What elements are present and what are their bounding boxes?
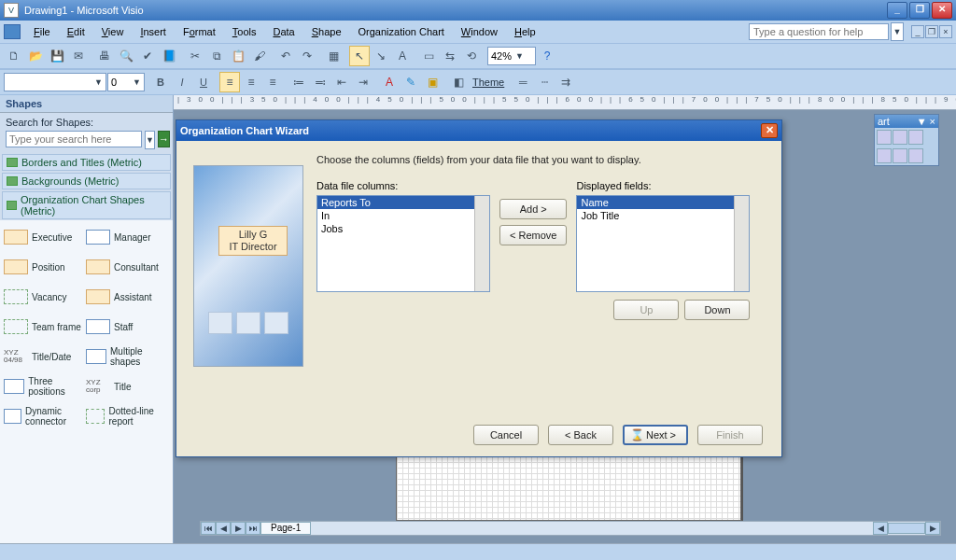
align-center-button[interactable]: ≡ [241, 72, 261, 92]
stencil-borders[interactable]: Borders and Titles (Metric) [2, 154, 171, 171]
first-page-button[interactable]: ⏮ [201, 522, 216, 535]
redo-button[interactable]: ↷ [297, 46, 317, 66]
up-button[interactable]: Up [613, 300, 679, 320]
print-button[interactable]: 🖶 [94, 46, 115, 66]
zoom-combo[interactable]: 42%▼ [487, 47, 536, 65]
list-item[interactable]: Jobs [317, 222, 489, 235]
close-button[interactable]: ✕ [932, 2, 952, 19]
help-search-input[interactable] [749, 23, 889, 40]
menu-edit[interactable]: Edit [60, 23, 92, 40]
shapes-search-dropdown[interactable]: ▼ [145, 131, 155, 149]
list-item[interactable]: Reports To [317, 196, 489, 209]
numbering-button[interactable]: ≕ [310, 72, 330, 92]
research-button[interactable]: 📘 [159, 46, 179, 66]
shapes-window-button[interactable]: ▦ [323, 46, 344, 66]
layout-icon[interactable] [908, 130, 923, 145]
layout-icon[interactable] [877, 148, 892, 163]
shape-master[interactable]: Consultant [84, 252, 166, 282]
shape-master[interactable]: Dynamic connector [2, 401, 84, 431]
shape-master[interactable]: Executive [2, 222, 84, 252]
finish-button[interactable]: Finish [697, 425, 763, 445]
shapes-search-go-button[interactable]: → [158, 131, 170, 147]
open-button[interactable]: 📂 [25, 46, 46, 66]
shape-master[interactable]: Assistant [84, 282, 166, 312]
text-tool-button[interactable]: A [392, 46, 413, 66]
cut-button[interactable]: ✂ [185, 46, 205, 66]
maximize-button[interactable]: ❐ [909, 2, 930, 19]
next-button[interactable]: ⌛Next > [623, 425, 688, 445]
layout-icon[interactable] [908, 148, 923, 163]
shape-master[interactable]: Manager [84, 222, 166, 252]
scroll-right-button[interactable]: ▶ [925, 522, 940, 535]
shape-master[interactable]: Vacancy [2, 282, 84, 312]
menu-view[interactable]: View [94, 23, 132, 40]
dec-indent-button[interactable]: ⇤ [331, 72, 352, 92]
menu-tools[interactable]: Tools [225, 23, 264, 40]
dialog-close-button[interactable]: ✕ [761, 123, 778, 138]
stencil-backgrounds[interactable]: Backgrounds (Metric) [2, 173, 171, 189]
save-button[interactable]: 💾 [47, 46, 67, 66]
list-scrollbar[interactable] [474, 196, 489, 291]
menu-window[interactable]: Window [454, 23, 505, 40]
shape-master[interactable]: XYZ corpTitle [84, 371, 166, 401]
shape-master[interactable]: Three positions [2, 371, 84, 401]
list-scrollbar[interactable] [734, 196, 749, 291]
shape-master[interactable]: XYZ 04/98Title/Date [2, 342, 84, 371]
shape-master[interactable]: Multiple shapes [84, 342, 166, 371]
undo-button[interactable]: ↶ [275, 46, 296, 66]
remove-button[interactable]: < Remove [499, 225, 567, 245]
italic-button[interactable]: I [172, 72, 192, 92]
menu-format[interactable]: Format [176, 23, 223, 40]
align-right-button[interactable]: ≡ [262, 72, 283, 92]
back-button[interactable]: < Back [548, 425, 613, 445]
line-ends-button[interactable]: ⇉ [555, 72, 576, 92]
rectangle-tool-button[interactable]: ▭ [418, 46, 439, 66]
stencil-orgchart[interactable]: Organization Chart Shapes (Metric) [2, 191, 171, 219]
mdi-restore-button[interactable]: ❐ [925, 25, 938, 38]
page-tab[interactable]: Page-1 [260, 522, 311, 535]
paste-button[interactable]: 📋 [228, 46, 248, 66]
bold-button[interactable]: B [150, 72, 171, 92]
align-left-button[interactable]: ≡ [219, 72, 240, 92]
mdi-minimize-button[interactable]: _ [911, 25, 924, 38]
control-menu-icon[interactable] [4, 24, 21, 39]
layout-icon[interactable] [877, 130, 892, 145]
last-page-button[interactable]: ⏭ [246, 522, 260, 535]
menu-orgchart[interactable]: Organization Chart [351, 23, 452, 40]
shape-master[interactable]: Dotted-line report [84, 401, 166, 431]
menu-data[interactable]: Data [265, 23, 302, 40]
shape-master[interactable]: Position [2, 252, 84, 282]
underline-button[interactable]: U [193, 72, 214, 92]
list-item[interactable]: In [317, 209, 489, 222]
orgchart-floating-toolbar[interactable]: art▼ × [874, 114, 939, 166]
rotate-button[interactable]: ⟲ [461, 46, 482, 66]
drawing-page[interactable] [396, 455, 741, 521]
list-item[interactable]: Job Title [577, 209, 749, 222]
bullets-button[interactable]: ≔ [288, 72, 309, 92]
scroll-left-button[interactable]: ◀ [873, 522, 888, 535]
cancel-button[interactable]: Cancel [473, 425, 539, 445]
menu-shape[interactable]: Shape [304, 23, 349, 40]
inc-indent-button[interactable]: ⇥ [353, 72, 373, 92]
font-combo[interactable]: ▼ [4, 73, 106, 91]
fill-color-button[interactable]: ▣ [422, 72, 443, 92]
new-button[interactable]: 🗋 [4, 46, 24, 66]
theme-label[interactable]: Theme [470, 77, 507, 88]
connector-tool-button[interactable]: ↘ [371, 46, 391, 66]
shape-master[interactable]: Team frame [2, 312, 84, 342]
copy-button[interactable]: ⧉ [206, 46, 227, 66]
layout-icon[interactable] [893, 130, 907, 145]
hscroll-thumb[interactable] [888, 523, 925, 534]
line-pattern-button[interactable]: ┄ [534, 72, 555, 92]
format-painter-button[interactable]: 🖌 [249, 46, 270, 66]
shapes-search-input[interactable] [6, 131, 142, 147]
displayed-fields-list[interactable]: NameJob Title [576, 195, 750, 292]
menu-insert[interactable]: Insert [133, 23, 174, 40]
minimize-button[interactable]: _ [887, 2, 907, 19]
layout-icon[interactable] [893, 148, 907, 163]
font-size-combo[interactable]: 0▼ [107, 73, 145, 91]
spell-check-button[interactable]: ✔ [137, 46, 158, 66]
next-page-button[interactable]: ▶ [231, 522, 246, 535]
menu-help[interactable]: Help [507, 23, 543, 40]
autoconnect-button[interactable]: ⇆ [440, 46, 460, 66]
